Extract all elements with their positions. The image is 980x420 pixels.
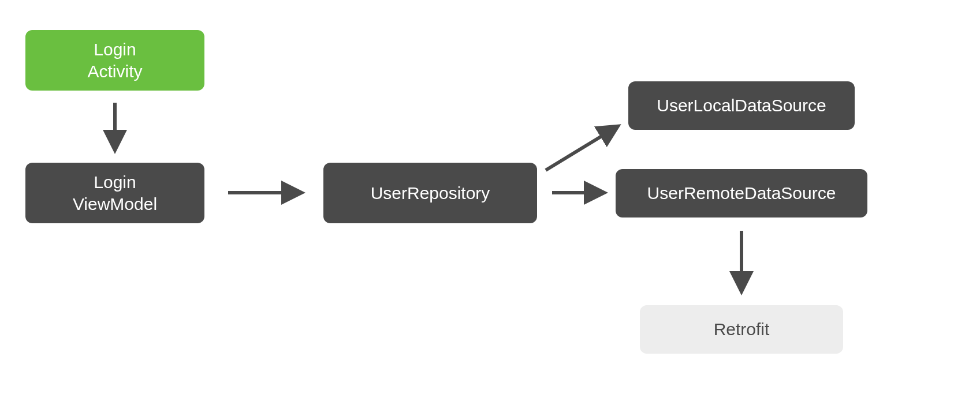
node-user-repository: UserRepository (323, 163, 537, 223)
node-label: Login ViewModel (73, 171, 157, 215)
node-label: UserRemoteDataSource (647, 182, 836, 204)
arrow-repository-to-local (546, 127, 617, 170)
node-user-local-data-source: UserLocalDataSource (628, 81, 855, 130)
node-user-remote-data-source: UserRemoteDataSource (616, 169, 867, 217)
node-label: Login Activity (87, 39, 142, 82)
node-label: UserLocalDataSource (657, 95, 826, 117)
node-label: UserRepository (371, 182, 490, 204)
node-login-activity: Login Activity (25, 30, 204, 91)
node-login-viewmodel: Login ViewModel (25, 163, 204, 223)
node-label: Retrofit (714, 318, 770, 340)
node-retrofit: Retrofit (640, 305, 843, 354)
